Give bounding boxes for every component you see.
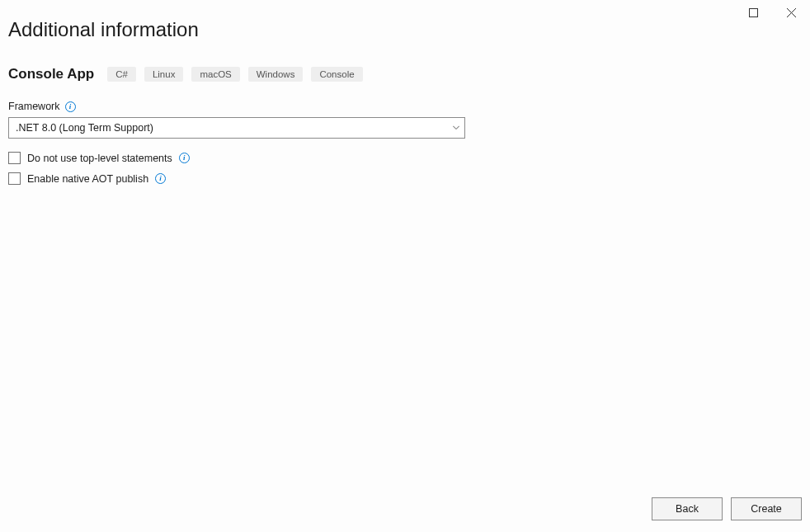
info-icon[interactable] [179, 153, 190, 163]
page-title: Additional information [0, 0, 810, 41]
create-button[interactable]: Create [731, 497, 802, 520]
svg-rect-0 [749, 8, 757, 16]
framework-label-row: Framework [8, 101, 802, 112]
framework-label: Framework [8, 101, 60, 112]
project-tag: C# [107, 67, 136, 82]
project-tag: Linux [144, 67, 184, 82]
back-button[interactable]: Back [652, 497, 723, 520]
option-aot-row: Enable native AOT publish [8, 172, 802, 185]
project-tag: Windows [248, 67, 304, 82]
info-icon[interactable] [65, 101, 76, 112]
footer: Back Create [652, 497, 802, 520]
project-tag: Console [311, 67, 362, 82]
framework-selected-value: .NET 8.0 (Long Term Support) [16, 122, 153, 134]
close-button[interactable] [772, 0, 810, 25]
framework-select-wrap: .NET 8.0 (Long Term Support) [8, 117, 465, 139]
aot-checkbox[interactable] [8, 172, 21, 185]
aot-label: Enable native AOT publish [27, 173, 148, 185]
top-level-label: Do not use top-level statements [27, 153, 172, 164]
project-tag: macOS [191, 67, 239, 82]
maximize-button[interactable] [734, 0, 772, 25]
project-row: Console App C# Linux macOS Windows Conso… [8, 66, 802, 82]
content-area: Console App C# Linux macOS Windows Conso… [0, 41, 810, 185]
option-top-level-row: Do not use top-level statements [8, 152, 802, 164]
project-name: Console App [8, 66, 94, 82]
window-controls [734, 0, 810, 25]
top-level-checkbox[interactable] [8, 152, 21, 164]
info-icon[interactable] [155, 173, 166, 184]
framework-select[interactable]: .NET 8.0 (Long Term Support) [8, 117, 465, 139]
